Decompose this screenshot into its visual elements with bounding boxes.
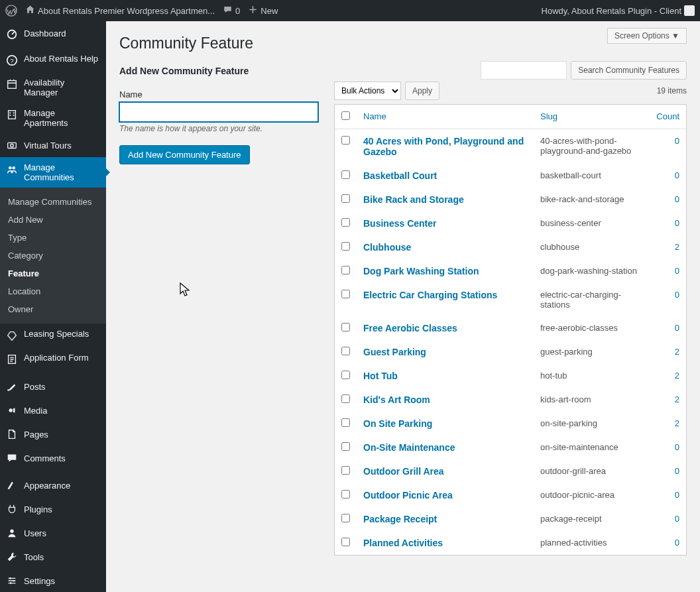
term-name-link[interactable]: Business Center xyxy=(363,218,436,229)
term-count-link[interactable]: 0 xyxy=(675,514,679,524)
sidebar-item-posts[interactable]: Posts xyxy=(0,375,106,398)
wp-logo-icon[interactable] xyxy=(5,5,17,17)
term-name-link[interactable]: Outdoor Picnic Area xyxy=(363,490,453,501)
sidebar-item-specials[interactable]: Leasing Specials xyxy=(0,324,106,347)
row-checkbox[interactable] xyxy=(341,538,350,546)
row-checkbox[interactable] xyxy=(341,290,350,298)
term-count-link[interactable]: 0 xyxy=(675,194,679,204)
submenu-item[interactable]: Type xyxy=(0,229,106,247)
select-all-checkbox[interactable] xyxy=(341,111,350,120)
row-checkbox[interactable] xyxy=(341,194,350,203)
sidebar-item-users[interactable]: Users xyxy=(0,521,106,545)
term-name-link[interactable]: Guest Parking xyxy=(363,347,426,357)
new-link[interactable]: New xyxy=(248,5,278,17)
search-button[interactable]: Search Community Features xyxy=(571,61,687,80)
term-count-link[interactable]: 2 xyxy=(675,418,679,428)
column-count[interactable]: Count xyxy=(646,105,686,129)
row-checkbox[interactable] xyxy=(341,218,350,227)
sidebar-item-media[interactable]: Media xyxy=(0,398,106,422)
term-name-link[interactable]: Dog Park Washing Station xyxy=(363,266,479,276)
sidebar-item-label: Manage Apartments xyxy=(24,108,101,128)
specials-icon xyxy=(5,329,19,342)
sidebar-item-tools[interactable]: Tools xyxy=(0,545,106,569)
table-row: On-Site Maintenanceon-site-maintenance0 xyxy=(335,436,686,459)
sidebar-item-dashboard[interactable]: Dashboard xyxy=(0,21,106,45)
submenu-item[interactable]: Manage Communities xyxy=(0,193,106,211)
term-count-link[interactable]: 2 xyxy=(675,242,679,252)
svg-rect-7 xyxy=(13,112,15,113)
term-name-link[interactable]: Package Receipt xyxy=(363,514,437,524)
add-new-button[interactable]: Add New Community Feature xyxy=(119,145,250,164)
term-count-link[interactable]: 0 xyxy=(675,323,679,333)
sidebar-item-availability[interactable]: Availability Manager xyxy=(0,72,106,103)
term-count-link[interactable]: 2 xyxy=(675,347,679,357)
site-link[interactable]: About Rentals Premier Wordpress Apartmen… xyxy=(25,5,215,17)
sidebar-item-comments[interactable]: Comments xyxy=(0,446,106,470)
submenu-item[interactable]: Location xyxy=(0,282,106,300)
term-name-link[interactable]: Bike Rack and Storage xyxy=(363,194,464,205)
term-count-link[interactable]: 0 xyxy=(675,136,679,146)
row-checkbox[interactable] xyxy=(341,371,350,379)
submenu-item[interactable]: Category xyxy=(0,247,106,265)
sidebar-item-help[interactable]: ?About Rentals Help xyxy=(0,48,106,72)
term-name-link[interactable]: Free Aerobic Classes xyxy=(363,323,457,333)
term-count-link[interactable]: 0 xyxy=(675,290,679,300)
term-count-link[interactable]: 2 xyxy=(675,371,679,381)
apartments-icon xyxy=(5,108,19,121)
bulk-action-select[interactable]: Bulk Actions xyxy=(334,82,401,100)
comments-link[interactable]: 0 xyxy=(223,5,240,17)
bulk-apply-button[interactable]: Apply xyxy=(405,82,439,100)
term-count-link[interactable]: 0 xyxy=(675,266,679,276)
term-count-link[interactable]: 0 xyxy=(675,442,679,452)
sidebar-item-communities[interactable]: Manage Communities xyxy=(0,157,106,188)
term-name-link[interactable]: Hot Tub xyxy=(363,371,398,381)
sidebar-item-form[interactable]: Application Form xyxy=(0,347,106,371)
row-checkbox[interactable] xyxy=(341,514,350,522)
term-name-link[interactable]: Outdoor Grill Area xyxy=(363,466,444,477)
table-row: Electric Car Charging Stationselectric-c… xyxy=(335,283,686,316)
term-slug: guest-parking xyxy=(534,340,646,364)
term-count-link[interactable]: 0 xyxy=(675,170,679,180)
howdy-link[interactable]: Howdy, About Rentals Plugin - Client xyxy=(542,5,695,16)
screen-options-toggle[interactable]: Screen Options ▼ xyxy=(607,28,687,44)
name-input[interactable] xyxy=(119,102,318,122)
term-count-link[interactable]: 0 xyxy=(675,490,679,500)
row-checkbox[interactable] xyxy=(341,323,350,331)
sidebar-item-label: Virtual Tours xyxy=(24,141,72,150)
column-name[interactable]: Name xyxy=(357,105,534,129)
sidebar-item-apartments[interactable]: Manage Apartments xyxy=(0,103,106,133)
sidebar-item-pages[interactable]: Pages xyxy=(0,422,106,446)
term-count-link[interactable]: 0 xyxy=(675,218,679,228)
row-checkbox[interactable] xyxy=(341,394,350,403)
term-name-link[interactable]: 40 Acres with Pond, Playground and Gazeb… xyxy=(363,136,524,157)
term-name-link[interactable]: On-Site Maintenance xyxy=(363,442,455,453)
sidebar-item-appearance[interactable]: Appearance xyxy=(0,473,106,497)
row-checkbox[interactable] xyxy=(341,442,350,451)
row-checkbox[interactable] xyxy=(341,418,350,427)
submenu-item[interactable]: Add New xyxy=(0,211,106,229)
row-checkbox[interactable] xyxy=(341,136,350,145)
row-checkbox[interactable] xyxy=(341,466,350,475)
row-checkbox[interactable] xyxy=(341,242,350,251)
term-count-link[interactable]: 2 xyxy=(675,394,679,404)
submenu-item[interactable]: Feature xyxy=(0,265,106,282)
submenu-item[interactable]: Owner xyxy=(0,300,106,318)
row-checkbox[interactable] xyxy=(341,170,350,179)
search-input[interactable] xyxy=(481,61,567,80)
comment-icon xyxy=(223,5,233,17)
row-checkbox[interactable] xyxy=(341,347,350,355)
term-name-link[interactable]: Planned Activities xyxy=(363,538,443,548)
term-count-link[interactable]: 0 xyxy=(675,538,679,548)
term-name-link[interactable]: Basketball Court xyxy=(363,170,437,181)
sidebar-item-plugins[interactable]: Plugins xyxy=(0,497,106,521)
term-name-link[interactable]: Electric Car Charging Stations xyxy=(363,290,497,300)
column-slug[interactable]: Slug xyxy=(534,105,646,129)
sidebar-item-tours[interactable]: Virtual Tours xyxy=(0,133,106,157)
term-count-link[interactable]: 0 xyxy=(675,466,679,476)
term-name-link[interactable]: Clubhouse xyxy=(363,242,411,253)
sidebar-item-settings[interactable]: Settings xyxy=(0,569,106,592)
row-checkbox[interactable] xyxy=(341,266,350,274)
term-name-link[interactable]: On Site Parking xyxy=(363,418,432,429)
row-checkbox[interactable] xyxy=(341,490,350,499)
term-name-link[interactable]: Kid's Art Room xyxy=(363,394,430,405)
